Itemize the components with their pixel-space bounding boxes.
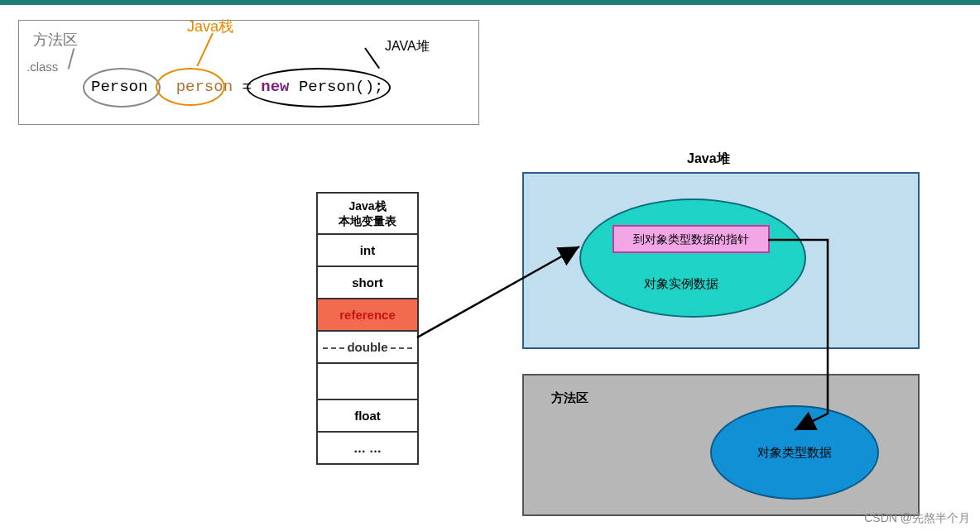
diagram-stage: 方法区 Java栈 .class JAVA堆 Person person = n… [0, 0, 980, 531]
instance-pointer-box: 到对象类型数据的指针 [612, 225, 770, 253]
watermark: CSDN @先熬半个月 [864, 511, 970, 526]
type-data-label: 对象类型数据 [757, 445, 832, 461]
label-method-area: 方法区 [33, 30, 78, 50]
label-java-heap-top: JAVA堆 [385, 38, 430, 55]
label-class: .class [26, 60, 58, 74]
instance-label: 对象实例数据 [644, 276, 718, 292]
stack-row-short: short [318, 267, 417, 299]
ellipse-variable [156, 68, 225, 106]
stack-row-double: double [318, 332, 417, 364]
heap-title: Java堆 [687, 151, 730, 168]
code-box [18, 20, 479, 125]
label-java-stack: Java栈 [187, 17, 233, 36]
stack-table: Java栈 本地变量表 int short reference double f… [316, 192, 419, 465]
stack-row-more: … … [318, 433, 417, 463]
stack-row-blank [318, 364, 417, 400]
type-data-ellipse: 对象类型数据 [710, 405, 879, 500]
ellipse-new [247, 68, 391, 108]
ellipse-class [83, 68, 161, 108]
method-area-title: 方法区 [551, 390, 588, 406]
stack-row-float: float [318, 400, 417, 433]
stack-row-int: int [318, 235, 417, 267]
stack-header-l1: Java栈 [348, 199, 386, 213]
top-border [0, 0, 980, 5]
stack-row-reference: reference [318, 299, 417, 332]
instance-ellipse [579, 199, 806, 318]
stack-header-l2: 本地变量表 [339, 214, 396, 227]
stack-header: Java栈 本地变量表 [318, 194, 417, 235]
